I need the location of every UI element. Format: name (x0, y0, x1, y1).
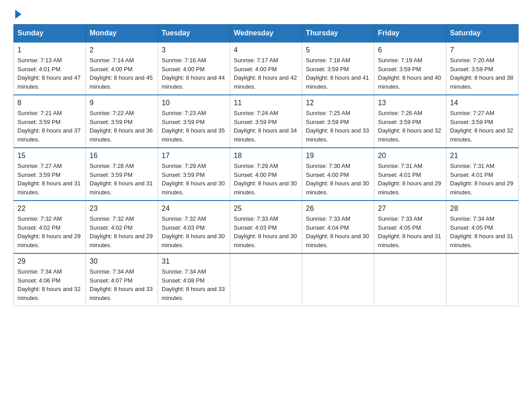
calendar-cell: 9 Sunrise: 7:22 AM Sunset: 3:59 PM Dayli… (86, 95, 158, 148)
daylight-label: Daylight: 8 hours and 30 minutes. (162, 180, 225, 196)
calendar-cell: 22 Sunrise: 7:32 AM Sunset: 4:02 PM Dayl… (14, 201, 86, 253)
calendar-cell (374, 253, 446, 306)
daylight-label: Daylight: 8 hours and 33 minutes. (306, 127, 369, 143)
sunrise-label: Sunrise: 7:31 AM (450, 163, 494, 169)
logo-arrow-icon (15, 10, 21, 19)
day-info: Sunrise: 7:27 AM Sunset: 3:59 PM Dayligh… (450, 109, 515, 144)
sunrise-label: Sunrise: 7:33 AM (234, 215, 278, 222)
day-number: 24 (162, 205, 226, 213)
page-header (13, 9, 519, 17)
daylight-label: Daylight: 8 hours and 31 minutes. (450, 233, 513, 248)
day-info: Sunrise: 7:31 AM Sunset: 4:01 PM Dayligh… (378, 162, 442, 197)
day-number: 15 (17, 152, 82, 160)
calendar-cell: 25 Sunrise: 7:33 AM Sunset: 4:03 PM Dayl… (230, 201, 302, 253)
day-info: Sunrise: 7:22 AM Sunset: 3:59 PM Dayligh… (90, 109, 154, 144)
sunrise-label: Sunrise: 7:33 AM (378, 215, 422, 222)
sunrise-label: Sunrise: 7:23 AM (162, 110, 206, 116)
weekday-header-row: SundayMondayTuesdayWednesdayThursdayFrid… (14, 25, 519, 43)
sunset-label: Sunset: 4:00 PM (306, 171, 349, 178)
calendar-cell: 10 Sunrise: 7:23 AM Sunset: 3:59 PM Dayl… (158, 95, 230, 148)
sunset-label: Sunset: 3:59 PM (162, 119, 205, 125)
day-info: Sunrise: 7:25 AM Sunset: 3:59 PM Dayligh… (306, 109, 370, 144)
day-info: Sunrise: 7:26 AM Sunset: 3:59 PM Dayligh… (378, 109, 442, 144)
daylight-label: Daylight: 8 hours and 30 minutes. (234, 233, 297, 248)
calendar-cell: 28 Sunrise: 7:34 AM Sunset: 4:05 PM Dayl… (446, 201, 519, 253)
sunset-label: Sunset: 4:00 PM (90, 66, 133, 73)
daylight-label: Daylight: 8 hours and 35 minutes. (162, 127, 225, 143)
sunset-label: Sunset: 4:01 PM (17, 66, 60, 73)
sunrise-label: Sunrise: 7:13 AM (17, 57, 62, 64)
sunset-label: Sunset: 3:59 PM (450, 119, 493, 125)
logo (13, 9, 21, 17)
sunset-label: Sunset: 4:01 PM (450, 171, 493, 178)
day-number: 8 (17, 99, 82, 107)
week-row-1: 1 Sunrise: 7:13 AM Sunset: 4:01 PM Dayli… (14, 42, 519, 95)
day-number: 31 (162, 257, 226, 265)
daylight-label: Daylight: 8 hours and 29 minutes. (378, 180, 441, 196)
daylight-label: Daylight: 8 hours and 31 minutes. (17, 180, 81, 196)
daylight-label: Daylight: 8 hours and 29 minutes. (450, 180, 513, 196)
sunset-label: Sunset: 3:59 PM (378, 66, 421, 73)
day-info: Sunrise: 7:13 AM Sunset: 4:01 PM Dayligh… (17, 56, 82, 91)
day-number: 10 (162, 99, 226, 107)
sunset-label: Sunset: 3:59 PM (17, 171, 60, 178)
day-number: 18 (234, 152, 298, 160)
sunrise-label: Sunrise: 7:27 AM (450, 110, 494, 116)
sunset-label: Sunset: 3:59 PM (306, 66, 349, 73)
calendar-cell: 26 Sunrise: 7:33 AM Sunset: 4:04 PM Dayl… (302, 201, 374, 253)
calendar-cell: 12 Sunrise: 7:25 AM Sunset: 3:59 PM Dayl… (302, 95, 374, 148)
day-number: 14 (450, 99, 515, 107)
sunrise-label: Sunrise: 7:34 AM (450, 215, 494, 222)
sunrise-label: Sunrise: 7:19 AM (378, 57, 422, 64)
header-wednesday: Wednesday (230, 25, 302, 43)
calendar-cell: 8 Sunrise: 7:21 AM Sunset: 3:59 PM Dayli… (14, 95, 86, 148)
calendar-cell: 21 Sunrise: 7:31 AM Sunset: 4:01 PM Dayl… (446, 148, 519, 201)
sunset-label: Sunset: 3:59 PM (90, 171, 133, 178)
sunrise-label: Sunrise: 7:32 AM (90, 215, 134, 222)
header-sunday: Sunday (14, 25, 86, 43)
day-number: 4 (234, 46, 298, 54)
sunset-label: Sunset: 4:06 PM (17, 277, 60, 284)
sunrise-label: Sunrise: 7:21 AM (17, 110, 62, 116)
day-info: Sunrise: 7:28 AM Sunset: 3:59 PM Dayligh… (90, 162, 154, 197)
sunset-label: Sunset: 4:00 PM (162, 66, 205, 73)
sunset-label: Sunset: 4:03 PM (234, 224, 277, 231)
calendar-cell: 15 Sunrise: 7:27 AM Sunset: 3:59 PM Dayl… (14, 148, 86, 201)
day-info: Sunrise: 7:33 AM Sunset: 4:05 PM Dayligh… (378, 214, 442, 249)
day-info: Sunrise: 7:24 AM Sunset: 3:59 PM Dayligh… (234, 109, 298, 144)
header-saturday: Saturday (446, 25, 519, 43)
calendar-cell: 31 Sunrise: 7:34 AM Sunset: 4:08 PM Dayl… (158, 253, 230, 306)
daylight-label: Daylight: 8 hours and 30 minutes. (306, 233, 369, 248)
week-row-5: 29 Sunrise: 7:34 AM Sunset: 4:06 PM Dayl… (14, 253, 519, 306)
calendar-cell: 13 Sunrise: 7:26 AM Sunset: 3:59 PM Dayl… (374, 95, 446, 148)
calendar-cell: 19 Sunrise: 7:30 AM Sunset: 4:00 PM Dayl… (302, 148, 374, 201)
sunrise-label: Sunrise: 7:31 AM (378, 163, 422, 169)
day-number: 19 (306, 152, 370, 160)
daylight-label: Daylight: 8 hours and 31 minutes. (378, 233, 441, 248)
day-info: Sunrise: 7:19 AM Sunset: 3:59 PM Dayligh… (378, 56, 442, 91)
day-info: Sunrise: 7:18 AM Sunset: 3:59 PM Dayligh… (306, 56, 370, 91)
calendar-cell: 27 Sunrise: 7:33 AM Sunset: 4:05 PM Dayl… (374, 201, 446, 253)
daylight-label: Daylight: 8 hours and 38 minutes. (450, 74, 513, 90)
week-row-2: 8 Sunrise: 7:21 AM Sunset: 3:59 PM Dayli… (14, 95, 519, 148)
sunrise-label: Sunrise: 7:20 AM (450, 57, 494, 64)
daylight-label: Daylight: 8 hours and 45 minutes. (90, 74, 153, 90)
daylight-label: Daylight: 8 hours and 29 minutes. (17, 233, 81, 248)
calendar-cell: 1 Sunrise: 7:13 AM Sunset: 4:01 PM Dayli… (14, 42, 86, 95)
sunrise-label: Sunrise: 7:28 AM (90, 163, 134, 169)
calendar-cell: 29 Sunrise: 7:34 AM Sunset: 4:06 PM Dayl… (14, 253, 86, 306)
day-info: Sunrise: 7:33 AM Sunset: 4:03 PM Dayligh… (234, 214, 298, 249)
sunrise-label: Sunrise: 7:18 AM (306, 57, 350, 64)
day-number: 28 (450, 205, 515, 213)
sunset-label: Sunset: 4:07 PM (90, 277, 133, 284)
daylight-label: Daylight: 8 hours and 32 minutes. (378, 127, 441, 143)
calendar-cell (230, 253, 302, 306)
sunset-label: Sunset: 3:59 PM (450, 66, 493, 73)
header-friday: Friday (374, 25, 446, 43)
sunset-label: Sunset: 3:59 PM (17, 119, 60, 125)
sunrise-label: Sunrise: 7:29 AM (234, 163, 278, 169)
day-number: 13 (378, 99, 442, 107)
day-info: Sunrise: 7:17 AM Sunset: 4:00 PM Dayligh… (234, 56, 298, 91)
sunset-label: Sunset: 3:59 PM (234, 119, 277, 125)
sunset-label: Sunset: 4:02 PM (90, 224, 133, 231)
